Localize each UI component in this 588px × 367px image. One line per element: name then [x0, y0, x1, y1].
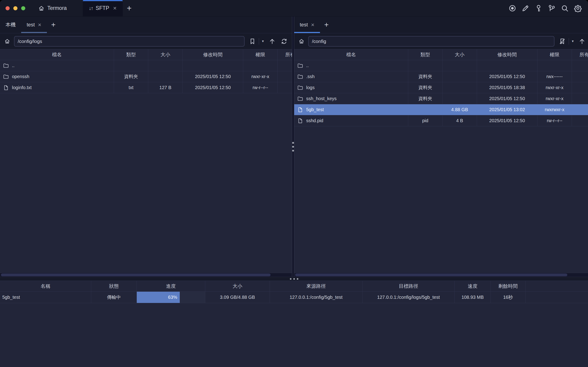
transfer-splitter[interactable]	[0, 277, 588, 281]
file-row[interactable]: ..	[0, 60, 292, 71]
file-size-cell	[443, 71, 477, 82]
column-header[interactable]: 權限	[537, 49, 572, 60]
folder-icon	[297, 74, 303, 80]
column-header[interactable]: 大小	[205, 281, 270, 292]
right-horizontal-scrollbar[interactable]	[294, 273, 588, 277]
chevron-down-icon[interactable]: ▼	[571, 40, 574, 43]
column-header[interactable]: 大小	[148, 49, 183, 60]
home-icon[interactable]	[4, 38, 10, 44]
file-icon	[3, 85, 9, 91]
keychain-icon[interactable]	[547, 4, 556, 12]
minimize-window-button[interactable]	[13, 6, 17, 10]
file-type-cell: 資料夾	[114, 71, 148, 82]
path-input-right[interactable]	[308, 36, 554, 47]
column-header[interactable]: 名稱	[0, 281, 91, 292]
record-icon[interactable]	[508, 4, 517, 12]
file-owner-cell	[278, 60, 292, 71]
tab-test-right[interactable]: test ✕	[294, 17, 320, 33]
tab-sftp[interactable]: ↓↑ SFTP ✕	[83, 0, 123, 16]
bookmark-slash-icon[interactable]	[558, 37, 566, 45]
file-size-cell	[148, 60, 183, 71]
file-row[interactable]: ..	[294, 60, 588, 71]
file-mtime-cell: 2025/01/05 12:50	[183, 71, 243, 82]
new-window-tab-button[interactable]: +	[123, 0, 136, 16]
file-row[interactable]: 5gb_test4.88 GB2025/01/05 13:02rwxrwxr-x	[294, 104, 588, 115]
tab-local[interactable]: 本機	[0, 17, 21, 33]
column-header[interactable]: 所有者	[572, 49, 588, 60]
close-tab-icon[interactable]: ✕	[113, 6, 117, 11]
transfer-row[interactable]: 5gb_test傳輸中63%3.09 GB/4.88 GB127.0.0.1:/…	[0, 292, 588, 303]
left-horizontal-scrollbar[interactable]	[0, 273, 292, 277]
file-name-cell: openssh	[0, 71, 114, 82]
tab-test-label: test	[300, 22, 308, 28]
column-header[interactable]: 來源路徑	[270, 281, 363, 292]
column-header[interactable]: 權限	[243, 49, 278, 60]
up-directory-icon[interactable]	[268, 37, 276, 45]
column-header[interactable]: 類型	[408, 49, 443, 60]
right-pane: test ✕ + ▼ 檔名類型大小修改時間權限所有者...ssh資料夾2025/…	[294, 17, 588, 277]
refresh-icon[interactable]	[280, 37, 288, 45]
file-name-cell: logs	[294, 82, 408, 93]
file-size-cell	[443, 82, 477, 93]
file-name-label: ..	[306, 63, 309, 68]
scrollbar-thumb[interactable]	[295, 274, 567, 276]
file-name-label: ..	[12, 63, 15, 68]
file-mtime-cell: 2025/01/05 13:02	[477, 104, 537, 115]
up-directory-icon[interactable]	[578, 37, 586, 45]
edit-icon[interactable]	[521, 4, 530, 12]
file-name-cell: ..	[294, 60, 408, 71]
file-type-cell	[114, 60, 148, 71]
column-header[interactable]: 修改時間	[183, 49, 243, 60]
column-header[interactable]: 所有者	[278, 49, 292, 60]
termora-home-tab[interactable]: Termora	[31, 0, 74, 16]
right-file-table: 檔名類型大小修改時間權限所有者...ssh資料夾2025/01/05 12:50…	[294, 49, 588, 273]
column-header[interactable]: 速度	[455, 281, 491, 292]
column-header[interactable]: 剩餘時間	[491, 281, 526, 292]
column-header[interactable]: 狀態	[91, 281, 137, 292]
file-row[interactable]: sshd.pidpid4 B2025/01/05 12:50rw-r--r--	[294, 115, 588, 126]
pane-splitter[interactable]	[292, 17, 294, 277]
column-header[interactable]: 大小	[443, 49, 477, 60]
add-connection-tab-button[interactable]: +	[320, 17, 333, 33]
file-type-cell: txt	[114, 82, 148, 93]
path-input-left[interactable]	[14, 36, 245, 47]
home-icon[interactable]	[298, 38, 305, 44]
chevron-down-icon[interactable]: ▼	[261, 40, 264, 43]
close-window-button[interactable]	[6, 6, 10, 10]
file-row[interactable]: openssh資料夾2025/01/05 12:50rwxr-xr-x	[0, 71, 292, 82]
column-header[interactable]: 進度	[137, 281, 205, 292]
transfer-source-cell: 127.0.0.1:/config/5gb_test	[270, 292, 363, 303]
add-connection-tab-button[interactable]: +	[47, 17, 60, 33]
zoom-window-button[interactable]	[21, 6, 25, 10]
bookmark-icon[interactable]	[248, 37, 256, 45]
file-perm-cell: rwxr-xr-x	[537, 82, 572, 93]
file-row[interactable]: ssh_host_keys資料夾2025/01/05 12:50rwxr-xr-…	[294, 93, 588, 104]
search-icon[interactable]	[561, 4, 569, 12]
file-mtime-cell: 2025/01/05 12:50	[477, 115, 537, 126]
transfer-size-cell: 3.09 GB/4.88 GB	[205, 292, 270, 303]
column-header[interactable]: 目標路徑	[363, 281, 455, 292]
file-size-cell	[443, 93, 477, 104]
column-header[interactable]: 檔名	[0, 49, 114, 60]
close-tab-icon[interactable]: ✕	[311, 22, 315, 28]
close-tab-icon[interactable]: ✕	[38, 22, 41, 28]
file-row[interactable]: .ssh資料夾2025/01/05 12:50rwx------	[294, 71, 588, 82]
file-owner-cell	[278, 82, 292, 93]
file-owner-cell	[572, 115, 588, 126]
scrollbar-thumb[interactable]	[1, 274, 271, 276]
column-header[interactable]: 修改時間	[477, 49, 537, 60]
column-header[interactable]: 類型	[114, 49, 148, 60]
settings-gear-icon[interactable]	[574, 4, 582, 12]
file-row[interactable]: logs資料夾2025/01/05 18:38rwxr-xr-x	[294, 82, 588, 93]
left-file-table: 檔名類型大小修改時間權限所有者..openssh資料夾2025/01/05 12…	[0, 49, 292, 273]
file-mtime-cell: 2025/01/05 12:50	[477, 93, 537, 104]
file-owner-cell	[572, 104, 588, 115]
file-owner-cell	[572, 82, 588, 93]
file-owner-cell	[278, 71, 292, 82]
key-icon[interactable]	[534, 4, 543, 12]
column-header[interactable]: 檔名	[294, 49, 408, 60]
file-name-cell: 5gb_test	[294, 104, 408, 115]
tab-test-left[interactable]: test ✕	[21, 17, 47, 33]
file-row[interactable]: loginfo.txttxt127 B2025/01/05 12:50rw-r-…	[0, 82, 292, 93]
file-name-cell: loginfo.txt	[0, 82, 114, 93]
